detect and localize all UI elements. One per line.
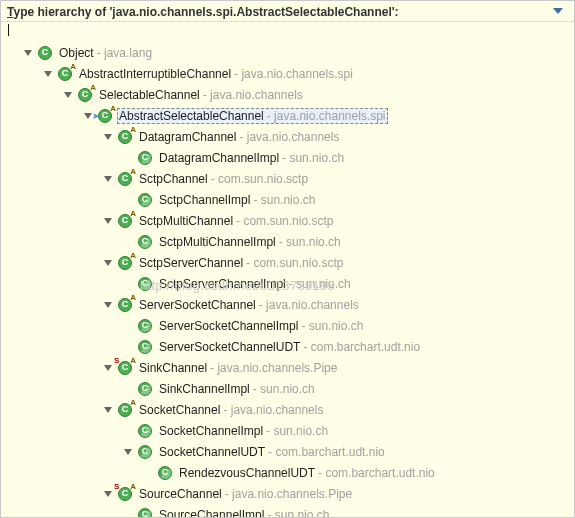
- node-label[interactable]: SocketChannelUDT - com.barchart.udt.nio: [157, 444, 387, 460]
- node-label[interactable]: SctpMultiChannel - com.sun.nio.sctp: [137, 213, 335, 229]
- tree-node-Object[interactable]: CObject - java.lang: [7, 42, 574, 63]
- tree-node-SctpChannel[interactable]: CASctpChannel - com.sun.nio.sctp: [7, 168, 574, 189]
- tree-node-ServerSocketChannelUDT[interactable]: CServerSocketChannelUDT - com.barchart.u…: [7, 336, 574, 357]
- tree-node-SourceChannelImpl[interactable]: CSourceChannelImpl - sun.nio.ch: [7, 504, 574, 518]
- package-name: - java.nio.channels: [259, 298, 359, 312]
- tree-node-ServerSocketChannel[interactable]: CAServerSocketChannel - java.nio.channel…: [7, 294, 574, 315]
- expand-toggle[interactable]: [121, 445, 135, 459]
- node-label[interactable]: RendezvousChannelUDT - com.barchart.udt.…: [177, 465, 437, 481]
- tree-node-SctpServerChannelImpl[interactable]: CSctpServerChannelImpl - sun.nio.ch: [7, 273, 574, 294]
- node-label[interactable]: SocketChannelImpl - sun.nio.ch: [157, 423, 330, 439]
- class-icon: C: [137, 150, 153, 166]
- expand-toggle: [121, 193, 135, 207]
- node-label[interactable]: SctpChannel - com.sun.nio.sctp: [137, 171, 310, 187]
- tree-node-SinkChannelImpl[interactable]: CSinkChannelImpl - sun.nio.ch: [7, 378, 574, 399]
- filter-input[interactable]: |: [1, 22, 574, 38]
- package-name: - com.sun.nio.sctp: [236, 214, 333, 228]
- class-icon: CA: [117, 297, 133, 313]
- class-icon: CA: [117, 129, 133, 145]
- class-name: SctpMultiChannelImpl: [159, 235, 276, 249]
- expand-toggle[interactable]: [101, 256, 115, 270]
- node-label[interactable]: DatagramChannel - java.nio.channels: [137, 129, 341, 145]
- tree-node-SourceChannel[interactable]: CASSourceChannel - java.nio.channels.Pip…: [7, 483, 574, 504]
- class-name: ServerSocketChannelImpl: [159, 319, 298, 333]
- expand-toggle: [121, 151, 135, 165]
- expand-toggle: [121, 235, 135, 249]
- class-name: SinkChannel: [139, 361, 207, 375]
- node-label[interactable]: SctpServerChannelImpl - sun.nio.ch: [157, 276, 353, 292]
- tree-node-ServerSocketChannelImpl[interactable]: CServerSocketChannelImpl - sun.nio.ch: [7, 315, 574, 336]
- node-label[interactable]: SctpMultiChannelImpl - sun.nio.ch: [157, 234, 343, 250]
- class-icon: CAS: [117, 486, 133, 502]
- class-icon: C: [137, 444, 153, 460]
- expand-toggle: [121, 382, 135, 396]
- hierarchy-title: Type hierarchy of 'java.nio.channels.spi…: [7, 5, 399, 19]
- class-name: SctpChannelImpl: [159, 193, 250, 207]
- package-name: - com.barchart.udt.nio: [268, 445, 385, 459]
- node-label[interactable]: SocketChannel - java.nio.channels: [137, 402, 325, 418]
- expand-toggle[interactable]: [21, 46, 35, 60]
- class-icon: CA: [57, 66, 73, 82]
- tree-node-RendezvousChannelUDT[interactable]: CRendezvousChannelUDT - com.barchart.udt…: [7, 462, 574, 483]
- node-label[interactable]: AbstractInterruptibleChannel - java.nio.…: [77, 66, 355, 82]
- node-label[interactable]: SourceChannel - java.nio.channels.Pipe: [137, 486, 354, 502]
- class-icon: CA: [117, 255, 133, 271]
- node-label[interactable]: SctpChannelImpl - sun.nio.ch: [157, 192, 317, 208]
- tree-node-DatagramChannel[interactable]: CADatagramChannel - java.nio.channels: [7, 126, 574, 147]
- tree-node-AbstractInterruptibleChannel[interactable]: CAAbstractInterruptibleChannel - java.ni…: [7, 63, 574, 84]
- tree-node-SctpChannelImpl[interactable]: CSctpChannelImpl - sun.nio.ch: [7, 189, 574, 210]
- class-icon: C: [137, 234, 153, 250]
- type-hierarchy-tree[interactable]: CObject - java.langCAAbstractInterruptib…: [1, 38, 574, 518]
- tree-node-SctpMultiChannel[interactable]: CASctpMultiChannel - com.sun.nio.sctp: [7, 210, 574, 231]
- expand-toggle: [121, 340, 135, 354]
- expand-toggle: [121, 424, 135, 438]
- class-name: RendezvousChannelUDT: [179, 466, 315, 480]
- node-label[interactable]: SinkChannelImpl - sun.nio.ch: [157, 381, 317, 397]
- node-label[interactable]: SourceChannelImpl - sun.nio.ch: [157, 507, 331, 519]
- node-label[interactable]: DatagramChannelImpl - sun.nio.ch: [157, 150, 346, 166]
- tree-node-SocketChannelUDT[interactable]: CSocketChannelUDT - com.barchart.udt.nio: [7, 441, 574, 462]
- tree-node-SocketChannelImpl[interactable]: CSocketChannelImpl - sun.nio.ch: [7, 420, 574, 441]
- node-label[interactable]: SctpServerChannel - com.sun.nio.sctp: [137, 255, 345, 271]
- expand-toggle[interactable]: [101, 361, 115, 375]
- tree-node-SelectableChannel[interactable]: CASelectableChannel - java.nio.channels: [7, 84, 574, 105]
- package-name: - sun.nio.ch: [282, 151, 344, 165]
- package-name: - com.sun.nio.sctp: [211, 172, 308, 186]
- class-name: ServerSocketChannelUDT: [159, 340, 300, 354]
- expand-toggle[interactable]: [101, 298, 115, 312]
- tree-node-SinkChannel[interactable]: CASSinkChannel - java.nio.channels.Pipe: [7, 357, 574, 378]
- package-name: - java.nio.channels.Pipe: [210, 361, 337, 375]
- node-label[interactable]: AbstractSelectableChannel - java.nio.cha…: [117, 108, 388, 124]
- class-name: SctpChannel: [139, 172, 208, 186]
- node-label[interactable]: ServerSocketChannel - java.nio.channels: [137, 297, 361, 313]
- class-name: SocketChannelUDT: [159, 445, 265, 459]
- node-label[interactable]: ServerSocketChannelUDT - com.barchart.ud…: [157, 339, 422, 355]
- package-name: - sun.nio.ch: [301, 319, 363, 333]
- tree-node-DatagramChannelImpl[interactable]: CDatagramChannelImpl - sun.nio.ch: [7, 147, 574, 168]
- package-name: - java.nio.channels: [223, 403, 323, 417]
- class-name: Object: [59, 46, 94, 60]
- node-label[interactable]: ServerSocketChannelImpl - sun.nio.ch: [157, 318, 365, 334]
- class-icon: C: [157, 465, 173, 481]
- tree-node-SocketChannel[interactable]: CASocketChannel - java.nio.channels: [7, 399, 574, 420]
- node-label[interactable]: Object - java.lang: [57, 45, 154, 61]
- expand-toggle[interactable]: [41, 67, 55, 81]
- class-icon: C: [137, 192, 153, 208]
- class-name: SctpMultiChannel: [139, 214, 233, 228]
- class-icon: CAS: [117, 360, 133, 376]
- expand-toggle[interactable]: [101, 403, 115, 417]
- expand-toggle[interactable]: [101, 487, 115, 501]
- package-name: - sun.nio.ch: [253, 193, 315, 207]
- expand-toggle[interactable]: [101, 130, 115, 144]
- node-label[interactable]: SelectableChannel - java.nio.channels: [97, 87, 305, 103]
- view-menu-button[interactable]: [552, 5, 568, 21]
- expand-toggle[interactable]: [61, 88, 75, 102]
- expand-toggle[interactable]: [101, 172, 115, 186]
- node-label[interactable]: SinkChannel - java.nio.channels.Pipe: [137, 360, 339, 376]
- package-name: - java.nio.channels: [239, 130, 339, 144]
- tree-node-SctpServerChannel[interactable]: CASctpServerChannel - com.sun.nio.sctp: [7, 252, 574, 273]
- expand-toggle[interactable]: [101, 214, 115, 228]
- tree-node-SctpMultiChannelImpl[interactable]: CSctpMultiChannelImpl - sun.nio.ch: [7, 231, 574, 252]
- tree-node-AbstractSelectableChannel[interactable]: ➤CAAbstractSelectableChannel - java.nio.…: [7, 105, 574, 126]
- package-name: - java.nio.channels.spi: [267, 109, 386, 123]
